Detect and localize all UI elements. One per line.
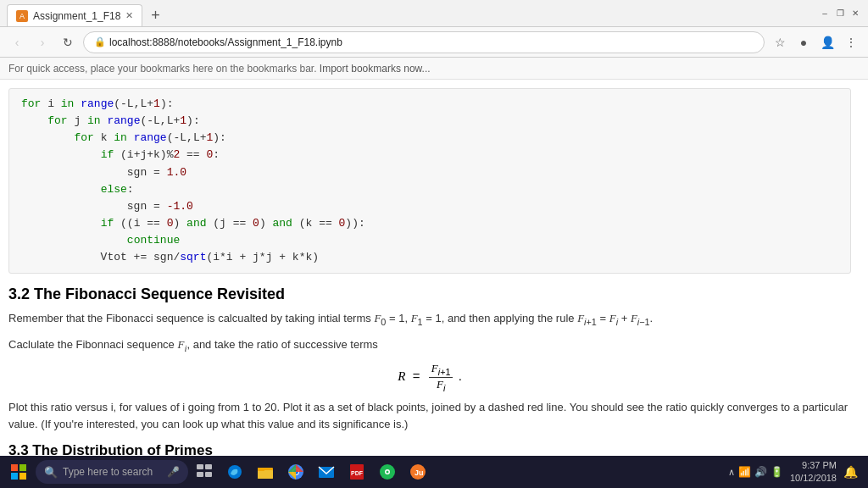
tray-icons: ∧ 📶 🔊 🔋: [728, 466, 783, 478]
section-32-para1: Remember that the Fibonacci sequence is …: [8, 310, 851, 329]
menu-icon[interactable]: ⋮: [841, 32, 861, 53]
microphone-icon: 🎤: [167, 466, 180, 478]
time-text: 9:37 PM: [790, 459, 837, 472]
forward-button[interactable]: ›: [32, 32, 53, 53]
file-explorer-taskbar-button[interactable]: [251, 458, 280, 486]
taskview-button[interactable]: [190, 458, 219, 486]
chrome-taskbar-button[interactable]: [281, 458, 310, 486]
edge-icon: [226, 463, 243, 480]
lock-icon: 🔒: [94, 36, 106, 47]
tray-up-arrow[interactable]: ∧: [728, 467, 735, 478]
tab-area: A Assignment_1_F18 ✕ +: [7, 0, 166, 26]
bookmarks-text: For quick access, place your bookmarks h…: [8, 63, 317, 75]
mail-taskbar-button[interactable]: [312, 458, 341, 486]
start-button[interactable]: [3, 458, 34, 486]
section-33-title: 3.3 The Distribution of Primes: [8, 442, 851, 456]
window-controls: – ❐ ✕: [819, 8, 861, 19]
date-text: 10/12/2018: [790, 472, 837, 485]
taskbar: 🔍 Type here to search 🎤: [0, 456, 868, 488]
svg-rect-7: [205, 472, 212, 477]
chrome-icon: [287, 463, 304, 480]
svg-point-20: [387, 471, 389, 474]
main-content-area: for i in range(-L,L+1): for j in range(-…: [0, 80, 868, 456]
svg-rect-0: [11, 464, 18, 471]
close-button[interactable]: ✕: [849, 8, 861, 19]
chrome-icon[interactable]: ●: [793, 32, 814, 53]
battery-tray-icon[interactable]: 🔋: [771, 466, 783, 478]
section-32-title: 3.2 The Fibonacci Sequence Revisited: [8, 286, 851, 303]
minimize-button[interactable]: –: [819, 8, 831, 19]
fraction-denominator: Fi: [434, 378, 448, 393]
tab-favicon: A: [16, 10, 28, 22]
restore-button[interactable]: ❐: [834, 8, 846, 19]
url-text: localhost:8888/notebooks/Assignment_1_F1…: [109, 36, 342, 48]
search-icon: 🔍: [44, 466, 58, 479]
code-cell: for i in range(-L,L+1): for j in range(-…: [8, 88, 851, 274]
active-tab[interactable]: A Assignment_1_F18 ✕: [7, 4, 142, 26]
svg-text:PDF: PDF: [351, 470, 364, 476]
music-taskbar-button[interactable]: [373, 458, 402, 486]
refresh-button[interactable]: ↻: [58, 32, 78, 53]
clock-display[interactable]: 9:37 PM 10/12/2018: [790, 459, 837, 485]
jupyter-icon: Ju: [409, 463, 426, 480]
volume-tray-icon[interactable]: 🔊: [754, 466, 767, 478]
svg-rect-1: [19, 464, 26, 471]
svg-rect-11: [258, 468, 264, 471]
bookmark-star-icon[interactable]: ☆: [770, 32, 790, 53]
edge-browser-taskbar-button[interactable]: [220, 458, 249, 486]
svg-rect-2: [11, 473, 18, 480]
pdf-reader-taskbar-button[interactable]: PDF: [342, 458, 371, 486]
section-32-para3: Plot this ratio versus i, for values of …: [8, 399, 851, 433]
search-placeholder: Type here to search: [63, 466, 153, 478]
svg-rect-10: [258, 470, 273, 479]
nav-icons: ☆ ● 👤 ⋮: [770, 32, 861, 53]
notification-button[interactable]: 🔔: [843, 465, 858, 479]
section-32-para2: Caclulate the Fibonnaci sequence Fi, and…: [8, 336, 851, 355]
mail-icon: [318, 463, 335, 480]
browser-titlebar: A Assignment_1_F18 ✕ + – ❐ ✕: [0, 0, 868, 27]
tab-close-button[interactable]: ✕: [125, 10, 133, 21]
svg-text:Ju: Ju: [415, 469, 424, 477]
fraction-numerator: Fi+1: [429, 362, 453, 378]
new-tab-button[interactable]: +: [144, 4, 166, 26]
math-formula: R = Fi+1 Fi .: [8, 362, 851, 392]
svg-rect-5: [205, 464, 212, 469]
svg-rect-4: [197, 464, 203, 469]
section-32: 3.2 The Fibonacci Sequence Revisited Rem…: [8, 286, 851, 433]
profile-icon[interactable]: 👤: [817, 32, 837, 53]
jupyter-taskbar-button[interactable]: Ju: [403, 458, 432, 486]
section-33: 3.3 The Distribution of Primes In the la…: [8, 442, 851, 456]
tab-label: Assignment_1_F18: [33, 10, 120, 22]
svg-rect-3: [19, 473, 26, 480]
music-icon: [379, 463, 396, 480]
back-button[interactable]: ‹: [7, 32, 27, 53]
network-tray-icon[interactable]: 📶: [738, 466, 751, 478]
bookmarks-bar: For quick access, place your bookmarks h…: [0, 58, 868, 80]
pdf-icon: PDF: [348, 463, 365, 480]
formula-period: .: [459, 369, 462, 383]
address-bar[interactable]: 🔒 localhost:8888/notebooks/Assignment_1_…: [83, 31, 765, 53]
system-tray: ∧ 📶 🔊 🔋 9:37 PM 10/12/2018 🔔: [728, 459, 865, 485]
svg-rect-6: [197, 472, 203, 477]
windows-logo-icon: [11, 464, 26, 480]
import-bookmarks-link[interactable]: Import bookmarks now...: [320, 63, 431, 75]
navigation-bar: ‹ › ↻ 🔒 localhost:8888/notebooks/Assignm…: [0, 27, 868, 58]
taskbar-search[interactable]: 🔍 Type here to search 🎤: [36, 460, 188, 484]
notebook-content: for i in range(-L,L+1): for j in range(-…: [0, 80, 868, 456]
math-fraction: Fi+1 Fi: [429, 362, 453, 392]
taskview-icon: [196, 463, 213, 480]
file-explorer-icon: [257, 463, 274, 480]
